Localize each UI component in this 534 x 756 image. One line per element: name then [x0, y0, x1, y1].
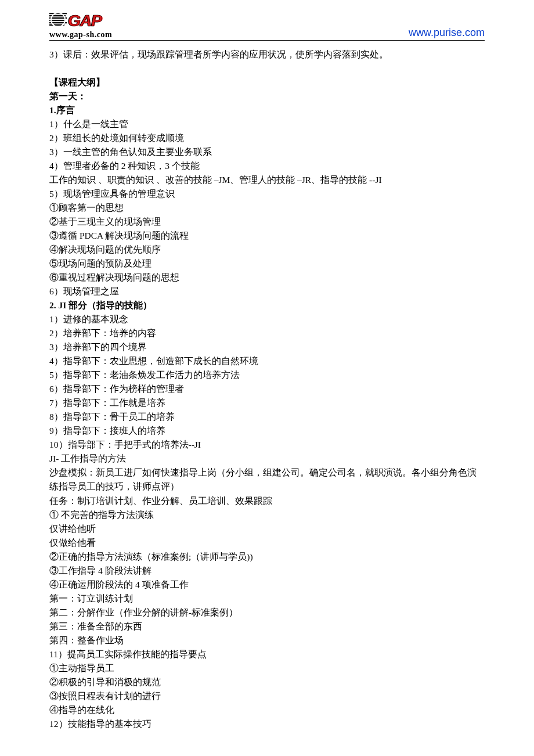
body-line: 5）指导部下：老油条焕发工作活力的培养方法	[49, 368, 485, 382]
header-right-url: www.purise.com	[409, 27, 485, 39]
body-line: ④指导的在线化	[49, 703, 485, 717]
body-line: 3）课后：效果评估，现场跟踪管理者所学内容的应用状况，使所学内容落到实处。	[49, 48, 485, 62]
body-line: 11）提高员工实际操作技能的指导要点	[49, 647, 485, 661]
body-line: 5）现场管理应具备的管理意识	[49, 187, 485, 201]
outline-title: 【课程大纲】	[49, 75, 485, 89]
body-line: 第一：订立训练计划	[49, 592, 485, 606]
body-line: ②积极的引导和消极的规范	[49, 675, 485, 689]
body-line: ①顾客第一的思想	[49, 201, 485, 215]
body-line: ③遵循 PDCA 解决现场问题的流程	[49, 229, 485, 243]
body-line: ③工作指导 4 阶段法讲解	[49, 564, 485, 578]
body-line: 第四：整备作业场	[49, 633, 485, 647]
body-line: 6）指导部下：作为榜样的管理者	[49, 382, 485, 396]
body-line: 4）指导部下：农业思想，创造部下成长的自然环境	[49, 354, 485, 368]
body-line: 仅做给他看	[49, 536, 485, 550]
body-line: 12）技能指导的基本技巧	[49, 717, 485, 731]
logo-url: www.gap-sh.com	[49, 31, 112, 39]
body-line: 第二：分解作业（作业分解的讲解-标准案例）	[49, 606, 485, 620]
body-line: ④解决现场问题的优先顺序	[49, 243, 485, 257]
section-2-title: 2. JI 部分（指导的技能）	[49, 298, 485, 312]
body-line: 工作的知识 、职责的知识 、改善的技能 –JM、管理人的技能 –JR、指导的技能…	[49, 173, 485, 187]
section-1-title: 1.序言	[49, 103, 485, 117]
body-line: 1）什么是一线主管	[49, 117, 485, 131]
body-line: 仅讲给他听	[49, 522, 485, 536]
logo-stripes-icon	[49, 12, 67, 30]
document-body: 3）课后：效果评估，现场跟踪管理者所学内容的应用状况，使所学内容落到实处。 【课…	[49, 48, 485, 731]
body-line: ⑥重视过程解决现场问题的思想	[49, 271, 485, 285]
page-header: GAP www.gap-sh.com www.purise.com	[49, 12, 485, 41]
document-page: GAP www.gap-sh.com www.purise.com 3）课后：效…	[0, 0, 534, 756]
body-line: 第三：准备全部的东西	[49, 620, 485, 633]
body-line: 6）现场管理之屋	[49, 285, 485, 298]
body-line: ④正确运用阶段法的 4 项准备工作	[49, 578, 485, 592]
body-line: 2）培养部下：培养的内容	[49, 326, 485, 340]
body-line: 2）班组长的处境如何转变成顺境	[49, 131, 485, 145]
section-2-body: 1）进修的基本观念2）培养部下：培养的内容3）培养部下的四个境界4）指导部下：农…	[49, 312, 485, 730]
body-line: ②基于三现主义的现场管理	[49, 215, 485, 229]
day-heading: 第一天：	[49, 89, 485, 103]
logo-row: GAP	[49, 12, 112, 30]
blank-line	[49, 62, 485, 75]
body-line: 9）指导部下：接班人的培养	[49, 424, 485, 438]
logo-block: GAP www.gap-sh.com	[49, 12, 112, 39]
body-line: JI- 工作指导的方法	[49, 452, 485, 466]
body-line: 3）一线主管的角色认知及主要业务联系	[49, 145, 485, 159]
body-line: 沙盘模拟：新员工进厂如何快速指导上岗（分小组，组建公司。确定公司名，就职演说。各…	[49, 466, 485, 494]
body-line: ① 不完善的指导方法演练	[49, 508, 485, 522]
section-1-body: 1）什么是一线主管2）班组长的处境如何转变成顺境3）一线主管的角色认知及主要业务…	[49, 117, 485, 298]
body-line: ①主动指导员工	[49, 661, 485, 675]
body-line: ⑤现场问题的预防及处理	[49, 257, 485, 271]
body-line: 7）指导部下：工作就是培养	[49, 396, 485, 410]
logo-text: GAP	[68, 13, 102, 29]
body-line: ②正确的指导方法演练（标准案例;（讲师与学员))	[49, 550, 485, 564]
body-line: 任务：制订培训计划、作业分解、员工培训、效果跟踪	[49, 494, 485, 508]
body-line: ③按照日程表有计划的进行	[49, 689, 485, 703]
body-line: 1）进修的基本观念	[49, 312, 485, 326]
body-line: 10）指导部下：手把手式的培养法--JI	[49, 438, 485, 452]
body-line: 8）指导部下：骨干员工的培养	[49, 410, 485, 424]
body-line: 3）培养部下的四个境界	[49, 340, 485, 354]
body-line: 4）管理者必备的 2 种知识，3 个技能	[49, 159, 485, 173]
